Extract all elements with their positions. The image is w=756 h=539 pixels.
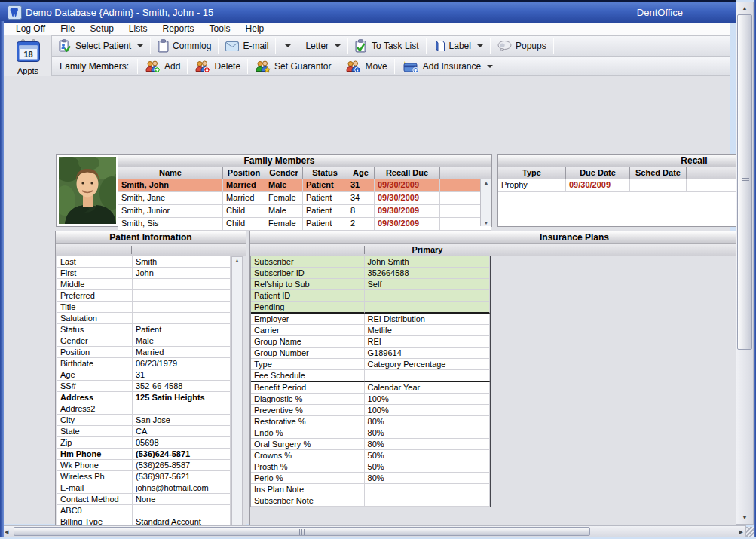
patient-info-row[interactable]: Title <box>57 302 231 313</box>
family-table-scrollbar[interactable]: ▲ ▼ <box>480 179 491 226</box>
insurance-row[interactable]: Group NameREI <box>251 336 490 348</box>
scroll-up-icon[interactable]: ▲ <box>736 3 753 14</box>
patient-info-row[interactable]: Age31 <box>57 369 231 381</box>
add-family-member-button[interactable]: Add <box>139 57 186 75</box>
insurance-row[interactable]: Fee Schedule <box>251 370 490 382</box>
vertical-scrollbar[interactable]: ▲ ▼ <box>736 2 754 525</box>
patient-info-row[interactable]: SS#352-66-4588 <box>57 381 231 392</box>
patient-info-row[interactable]: Wireless Ph(536)987-5621 <box>57 471 231 482</box>
email-dropdown-button[interactable] <box>277 36 297 56</box>
commlog-button[interactable]: Commlog <box>152 36 217 56</box>
scroll-up-icon[interactable]: ▲ <box>232 258 242 263</box>
patient-info-row[interactable]: Address125 Satin Heights <box>57 392 231 403</box>
insurance-row[interactable]: Crowns %50% <box>251 450 490 461</box>
chevron-down-icon[interactable] <box>137 44 143 47</box>
scroll-down-icon[interactable]: ▼ <box>736 513 753 523</box>
sidebar-item-appts[interactable]: 18 Appts <box>6 39 50 75</box>
patient-info-row[interactable]: Birthdate06/23/1979 <box>57 358 231 369</box>
family-gender-cell: Male <box>265 205 303 217</box>
insurance-row[interactable]: Endo %80% <box>251 427 490 439</box>
menu-item-log-off[interactable]: Log Off <box>8 23 53 35</box>
delete-family-member-button[interactable]: Delete <box>188 57 246 75</box>
insurance-row[interactable]: SubscriberJohn Smith <box>251 256 490 268</box>
chevron-down-icon[interactable] <box>335 44 341 47</box>
insurance-row[interactable]: Pending <box>251 302 490 314</box>
patient-info-row[interactable]: StateCA <box>57 426 231 437</box>
family-table-row[interactable]: Smith, SisChildFemalePatient209/30/2009 <box>118 218 491 231</box>
to-task-list-button[interactable]: To Task List <box>349 36 424 56</box>
toolbar-separator <box>247 59 248 73</box>
patient-info-row[interactable]: PositionMarried <box>57 347 231 358</box>
insurance-row[interactable]: Patient ID <box>251 290 490 302</box>
scroll-down-icon[interactable]: ▼ <box>481 220 491 225</box>
move-family-member-button[interactable]: Move <box>339 57 393 75</box>
add-person-icon <box>145 60 161 73</box>
horizontal-scrollbar-thumb[interactable] <box>14 527 590 536</box>
patient-info-row[interactable]: LastSmith <box>57 256 231 268</box>
menu-item-tools[interactable]: Tools <box>202 23 238 35</box>
insurance-row[interactable]: Oral Surgery %80% <box>251 439 490 450</box>
insurance-row[interactable]: Ins Plan Note <box>251 484 490 495</box>
insurance-row[interactable]: Subscriber ID352664588 <box>251 268 490 279</box>
patient-field-label: ABC0 <box>57 505 133 516</box>
patient-info-row[interactable]: Preferred <box>57 290 231 302</box>
insurance-row[interactable]: Benefit PeriodCalendar Year <box>251 382 490 394</box>
insurance-row[interactable]: Rel'ship to SubSelf <box>251 279 490 290</box>
menu-item-reports[interactable]: Reports <box>155 23 202 35</box>
patient-info-scrollbar[interactable]: ▲ ▼ <box>231 256 243 539</box>
insurance-row[interactable]: EmployerREI Distribution <box>251 314 490 325</box>
menu-item-help[interactable]: Help <box>238 23 272 35</box>
insurance-row[interactable]: Perio %80% <box>251 473 490 484</box>
patient-info-row[interactable]: Contact MethodNone <box>57 494 231 505</box>
insurance-field-label: Group Number <box>251 348 365 359</box>
patient-info-row[interactable]: Address2 <box>57 403 231 415</box>
insurance-field-value: 80% <box>365 427 490 439</box>
recall-table-body: Prophy09/30/2009 <box>498 179 745 192</box>
patient-info-row[interactable]: Wk Phone(536)265-8587 <box>57 460 231 471</box>
family-table-row[interactable]: Smith, JohnMarriedMalePatient3109/30/200… <box>118 179 491 192</box>
insurance-row[interactable]: TypeCategory Percentage <box>251 359 490 370</box>
patient-info-row[interactable]: Zip05698 <box>57 437 231 449</box>
select-patient-button[interactable]: Select Patient <box>52 36 149 56</box>
insurance-row[interactable]: Subscriber Note <box>251 495 490 507</box>
horizontal-scrollbar[interactable]: ◀ ▶ <box>2 525 746 537</box>
titlebar[interactable]: Demo Database {Admin} - Smith, John - 15… <box>0 0 736 23</box>
scroll-left-icon[interactable]: ◀ <box>5 526 8 537</box>
insurance-row[interactable]: CarrierMetlife <box>251 325 490 336</box>
insurance-row[interactable]: Preventive %100% <box>251 405 490 416</box>
set-guarantor-button[interactable]: Set Guarantor <box>249 57 337 75</box>
patient-info-row[interactable]: Middle <box>57 279 231 290</box>
scrollbar-grip <box>299 529 306 535</box>
label-button[interactable]: Label <box>427 36 489 56</box>
chevron-down-icon[interactable] <box>487 65 493 68</box>
letter-button[interactable]: Letter <box>299 36 347 56</box>
family-table-row[interactable]: Smith, JuniorChildMalePatient809/30/2009 <box>118 205 491 218</box>
vertical-scrollbar-thumb[interactable] <box>737 14 752 350</box>
popups-button[interactable]: Popups <box>491 36 552 56</box>
family-table-row[interactable]: Smith, JaneMarriedFemalePatient3409/30/2… <box>118 192 491 205</box>
scroll-right-icon[interactable]: ▶ <box>739 526 743 537</box>
scroll-up-icon[interactable]: ▲ <box>481 180 491 185</box>
insurance-row[interactable]: Restorative %80% <box>251 416 490 427</box>
patient-info-row[interactable]: StatusPatient <box>57 324 231 335</box>
patient-info-row[interactable]: Salutation <box>57 313 231 324</box>
patient-info-row[interactable]: E-mailjohns@hotmail.com <box>57 482 231 494</box>
email-button[interactable]: E-mail <box>219 36 274 56</box>
insurance-row[interactable]: Diagnostic %100% <box>251 394 490 405</box>
patient-info-row[interactable]: FirstJohn <box>57 268 231 279</box>
insurance-row[interactable]: Prosth %50% <box>251 461 490 473</box>
patient-info-row[interactable]: ABC0 <box>57 505 231 516</box>
menu-item-setup[interactable]: Setup <box>82 23 121 35</box>
insurance-row[interactable]: Group NumberG189614 <box>251 348 490 359</box>
menu-item-file[interactable]: File <box>53 23 82 35</box>
add-insurance-button[interactable]: Add Insurance <box>396 57 499 75</box>
patient-info-row[interactable]: CitySan Jose <box>57 415 231 426</box>
patient-info-row[interactable]: Hm Phone(536)624-5871 <box>57 449 231 460</box>
family-age-cell: 34 <box>347 192 375 204</box>
recall-table-row[interactable]: Prophy09/30/2009 <box>498 179 745 192</box>
patient-photo <box>59 157 116 224</box>
chevron-down-icon[interactable] <box>477 44 483 47</box>
window-border-left <box>0 21 4 537</box>
patient-info-row[interactable]: GenderMale <box>57 335 231 347</box>
menu-item-lists[interactable]: Lists <box>121 23 155 35</box>
